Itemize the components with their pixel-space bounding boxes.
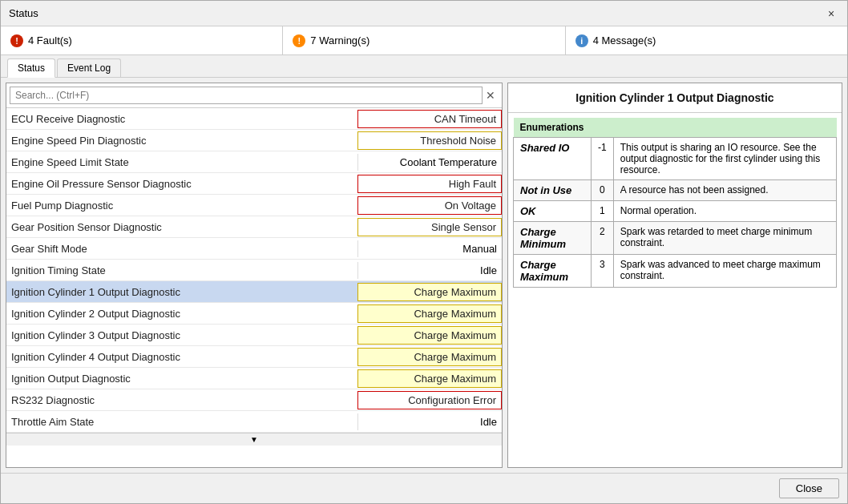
list-item[interactable]: ECU Receive DiagnosticCAN Timeout: [6, 108, 502, 130]
right-panel: Ignition Cylinder 1 Output Diagnostic En…: [507, 83, 842, 468]
item-value: Idle: [357, 413, 502, 430]
enum-label: Shared IO: [514, 138, 592, 180]
status-bar: ! 4 Fault(s) ! 7 Warning(s) i 4 Message(…: [1, 26, 847, 55]
item-value: Charge Maximum: [357, 326, 502, 345]
close-dialog-button[interactable]: Close: [779, 478, 839, 498]
message-label: 4 Message(s): [593, 34, 656, 46]
status-dialog: Status × ! 4 Fault(s) ! 7 Warning(s) i 4…: [0, 0, 848, 504]
item-label: Throttle Aim State: [6, 413, 357, 430]
item-label: Gear Shift Mode: [6, 240, 357, 257]
search-input[interactable]: [10, 87, 483, 104]
list-item[interactable]: Ignition Output DiagnosticCharge Maximum: [6, 368, 502, 389]
item-value: High Fault: [357, 175, 502, 193]
list-item[interactable]: Throttle Aim StateIdle: [6, 411, 502, 433]
enum-row: Not in Use0A resource has not been assig…: [514, 180, 837, 201]
enum-label: Charge Minimum: [514, 222, 592, 255]
list-item[interactable]: Engine Speed Pin DiagnosticThreshold Noi…: [6, 130, 502, 151]
fault-label: 4 Fault(s): [28, 34, 72, 46]
list-item[interactable]: Engine Oil Pressure Sensor DiagnosticHig…: [6, 173, 502, 195]
enum-header: Enumerations: [514, 118, 837, 138]
list-item[interactable]: Ignition Cylinder 2 Output DiagnosticCha…: [6, 303, 502, 325]
item-label: Ignition Cylinder 3 Output Diagnostic: [6, 327, 357, 344]
main-content: ✕ ECU Receive DiagnosticCAN TimeoutEngin…: [1, 78, 847, 473]
item-label: ECU Receive Diagnostic: [6, 111, 357, 127]
list-item[interactable]: Ignition Cylinder 3 Output DiagnosticCha…: [6, 325, 502, 346]
enum-label: Charge Maximum: [514, 255, 592, 288]
item-label: Ignition Output Diagnostic: [6, 370, 357, 387]
tab-event-log[interactable]: Event Log: [57, 58, 121, 77]
item-value: Charge Maximum: [357, 369, 502, 388]
item-value: Idle: [357, 262, 502, 279]
item-value: Charge Maximum: [357, 283, 502, 301]
enum-number: -1: [592, 138, 614, 180]
enum-number: 2: [592, 222, 614, 255]
item-value: Configuration Error: [357, 391, 502, 409]
list-item[interactable]: Ignition Cylinder 4 Output DiagnosticCha…: [6, 346, 502, 368]
item-value: On Voltage: [357, 196, 502, 215]
list-container[interactable]: ECU Receive DiagnosticCAN TimeoutEngine …: [6, 108, 502, 467]
item-label: Ignition Timing State: [6, 262, 357, 279]
enum-description: Spark was retarded to meet charge minimu…: [613, 222, 836, 255]
item-label: Ignition Cylinder 4 Output Diagnostic: [6, 349, 357, 365]
right-content[interactable]: Enumerations Shared IO-1This output is s…: [508, 113, 842, 467]
enum-row: Shared IO-1This output is sharing an IO …: [514, 138, 837, 180]
list-item[interactable]: Gear Position Sensor DiagnosticSingle Se…: [6, 216, 502, 238]
search-row: ✕: [6, 83, 502, 108]
fault-icon: !: [10, 34, 23, 47]
item-label: Engine Oil Pressure Sensor Diagnostic: [6, 175, 357, 192]
footer: Close: [1, 473, 847, 503]
scroll-down-arrow[interactable]: ▼: [6, 433, 502, 446]
item-value: Single Sensor: [357, 218, 502, 236]
item-value: Threshold Noise: [357, 131, 502, 150]
tab-status[interactable]: Status: [7, 58, 55, 78]
enum-label: OK: [514, 201, 592, 222]
enum-description: Spark was advanced to meet charge maximu…: [613, 255, 836, 288]
item-value: Charge Maximum: [357, 304, 502, 323]
item-value: Manual: [357, 240, 502, 257]
item-label: Engine Speed Limit State: [6, 154, 357, 171]
item-value: CAN Timeout: [357, 110, 502, 128]
enum-description: Normal operation.: [613, 201, 836, 222]
right-panel-title: Ignition Cylinder 1 Output Diagnostic: [508, 83, 842, 113]
warning-icon: !: [293, 34, 305, 47]
warning-label: 7 Warning(s): [310, 34, 369, 46]
message-status: i 4 Message(s): [566, 26, 847, 54]
enum-table: Enumerations Shared IO-1This output is s…: [513, 118, 837, 288]
item-label: Fuel Pump Diagnostic: [6, 197, 357, 214]
item-label: Engine Speed Pin Diagnostic: [6, 132, 357, 149]
search-clear-button[interactable]: ✕: [483, 87, 499, 103]
tabs-row: Status Event Log: [1, 55, 847, 78]
dialog-title: Status: [9, 7, 38, 19]
enum-row: Charge Maximum3Spark was advanced to mee…: [514, 255, 837, 288]
list-item[interactable]: RS232 DiagnosticConfiguration Error: [6, 389, 502, 411]
list-item[interactable]: Ignition Timing StateIdle: [6, 260, 502, 281]
warning-status: ! 7 Warning(s): [283, 26, 565, 54]
list-item[interactable]: Engine Speed Limit StateCoolant Temperat…: [6, 151, 502, 173]
title-bar: Status ×: [1, 1, 847, 26]
list-item[interactable]: Ignition Cylinder 1 Output DiagnosticCha…: [6, 281, 502, 303]
enum-label: Not in Use: [514, 180, 592, 201]
item-value: Charge Maximum: [357, 348, 502, 366]
enum-description: A resource has not been assigned.: [613, 180, 836, 201]
enum-number: 0: [592, 180, 614, 201]
list-item[interactable]: Gear Shift ModeManual: [6, 238, 502, 260]
enum-description: This output is sharing an IO resource. S…: [613, 138, 836, 180]
fault-status: ! 4 Fault(s): [1, 26, 283, 54]
enum-number: 3: [592, 255, 614, 288]
enum-row: OK1Normal operation.: [514, 201, 837, 222]
left-panel: ✕ ECU Receive DiagnosticCAN TimeoutEngin…: [6, 83, 503, 468]
item-label: Ignition Cylinder 1 Output Diagnostic: [6, 284, 357, 300]
item-label: Gear Position Sensor Diagnostic: [6, 219, 357, 236]
title-close-button[interactable]: ×: [823, 6, 839, 22]
enum-number: 1: [592, 201, 614, 222]
list-item[interactable]: Fuel Pump DiagnosticOn Voltage: [6, 195, 502, 216]
item-label: RS232 Diagnostic: [6, 392, 357, 409]
item-label: Ignition Cylinder 2 Output Diagnostic: [6, 305, 357, 322]
item-value: Coolant Temperature: [357, 154, 502, 171]
enum-row: Charge Minimum2Spark was retarded to mee…: [514, 222, 837, 255]
info-icon: i: [575, 34, 588, 47]
